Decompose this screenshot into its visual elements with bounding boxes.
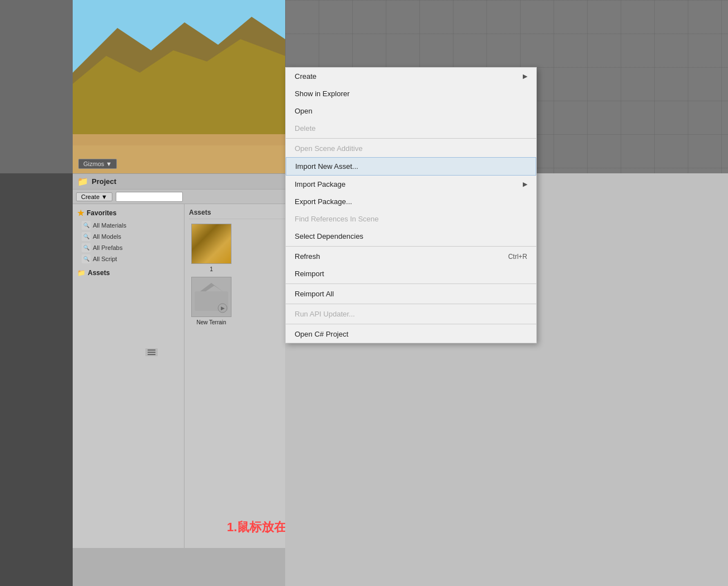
menu-item-show-explorer[interactable]: Show in Explorer	[286, 85, 536, 102]
svg-text:▶: ▶	[221, 305, 225, 311]
menu-item-refresh[interactable]: Refresh Ctrl+R	[286, 248, 536, 265]
fav-item-prefabs[interactable]: 🔍 All Prefabs	[77, 242, 179, 253]
menu-label-open-scene: Open Scene Additive	[295, 144, 362, 153]
menu-item-find-references: Find References In Scene	[286, 210, 536, 228]
fav-label-prefabs: All Prefabs	[93, 244, 122, 251]
fav-item-script[interactable]: 🔍 All Script	[77, 253, 179, 264]
separator-3	[286, 283, 536, 284]
fav-label-models: All Models	[93, 233, 121, 240]
hint-line-1	[148, 349, 155, 351]
separator-5	[286, 324, 536, 324]
context-menu: Create ▶ Show in Explorer Open Delete Op…	[285, 67, 537, 343]
menu-label-create: Create	[295, 72, 316, 81]
left-panel: ★ Favorites 🔍 All Materials 🔍 All Models…	[73, 204, 185, 548]
asset-thumb-material	[191, 224, 231, 264]
fav-item-models[interactable]: 🔍 All Models	[77, 231, 179, 242]
fav-item-materials[interactable]: 🔍 All Materials	[77, 220, 179, 231]
menu-label-show-explorer: Show in Explorer	[295, 89, 349, 98]
favorites-header: ★ Favorites	[77, 209, 179, 218]
terrain-svg	[73, 0, 285, 173]
menu-label-run-api: Run API Updater...	[295, 310, 355, 318]
menu-label-reimport-all: Reimport All	[295, 290, 334, 298]
menu-label-refresh: Refresh	[295, 252, 320, 261]
menu-item-import-package[interactable]: Import Package ▶	[286, 176, 536, 193]
menu-label-export-package: Export Package...	[295, 197, 352, 206]
assets-section: 📁 Assets	[73, 267, 184, 279]
terrain-thumb-svg: ▶	[192, 277, 231, 316]
menu-item-import-new[interactable]: Import New Asset...	[286, 157, 536, 176]
search-icon-materials: 🔍	[82, 221, 91, 230]
separator-1	[286, 138, 536, 139]
panel-indicator	[145, 348, 158, 356]
menu-label-open-csharp: Open C# Project	[295, 330, 348, 338]
menu-label-open: Open	[295, 107, 313, 115]
separator-4	[286, 304, 536, 304]
assets-tree-header[interactable]: 📁 Assets	[77, 269, 179, 277]
menu-item-export-package[interactable]: Export Package...	[286, 193, 536, 210]
menu-item-open[interactable]: Open	[286, 102, 536, 120]
menu-item-reimport[interactable]: Reimport	[286, 265, 536, 282]
star-icon: ★	[77, 209, 84, 218]
asset-thumb-terrain: ▶	[191, 277, 231, 317]
menu-label-find-references: Find References In Scene	[295, 215, 379, 223]
asset-item-material[interactable]: 1	[189, 224, 234, 272]
gizmos-button[interactable]: Gizmos ▼	[78, 159, 117, 169]
project-panel-title: Project	[92, 177, 116, 186]
menu-arrow-create: ▶	[523, 73, 527, 80]
create-button[interactable]: Create ▼	[76, 192, 112, 201]
menu-item-reimport-all[interactable]: Reimport All	[286, 285, 536, 303]
menu-shortcut-refresh: Ctrl+R	[508, 253, 527, 261]
menu-label-select-dependencies: Select Dependencies	[295, 232, 363, 240]
search-input[interactable]	[116, 192, 183, 202]
menu-item-delete: Delete	[286, 120, 536, 137]
favorites-label: Favorites	[87, 209, 116, 217]
search-icon-models: 🔍	[82, 232, 91, 241]
menu-label-delete: Delete	[295, 124, 316, 133]
folder-icon-assets: 📁	[77, 269, 86, 277]
menu-label-import-package: Import Package	[295, 180, 346, 188]
search-icon-prefabs: 🔍	[82, 243, 91, 252]
menu-item-select-dependencies[interactable]: Select Dependencies	[286, 228, 536, 245]
project-folder-icon: 📁	[77, 176, 88, 187]
hint-line-3	[148, 354, 155, 355]
fav-label-materials: All Materials	[93, 222, 126, 229]
separator-2	[286, 246, 536, 247]
menu-item-run-api: Run API Updater...	[286, 305, 536, 323]
assets-tree-label: Assets	[88, 269, 110, 277]
menu-arrow-import-package: ▶	[523, 181, 527, 188]
asset-item-terrain[interactable]: ▶ New Terrain	[189, 277, 234, 325]
menu-item-create[interactable]: Create ▶	[286, 68, 536, 85]
menu-item-open-csharp[interactable]: Open C# Project	[286, 325, 536, 343]
menu-item-open-scene: Open Scene Additive	[286, 140, 536, 157]
favorites-section: ★ Favorites 🔍 All Materials 🔍 All Models…	[73, 206, 184, 267]
hint-lines	[148, 349, 155, 355]
hint-line-2	[148, 352, 155, 353]
fav-label-script: All Script	[93, 256, 117, 262]
asset-label-material: 1	[210, 266, 213, 272]
menu-label-import-new: Import New Asset...	[295, 162, 358, 171]
search-icon-script: 🔍	[82, 254, 91, 263]
asset-label-terrain: New Terrain	[196, 319, 226, 325]
terrain-scene	[73, 0, 285, 173]
menu-label-reimport: Reimport	[295, 270, 324, 278]
